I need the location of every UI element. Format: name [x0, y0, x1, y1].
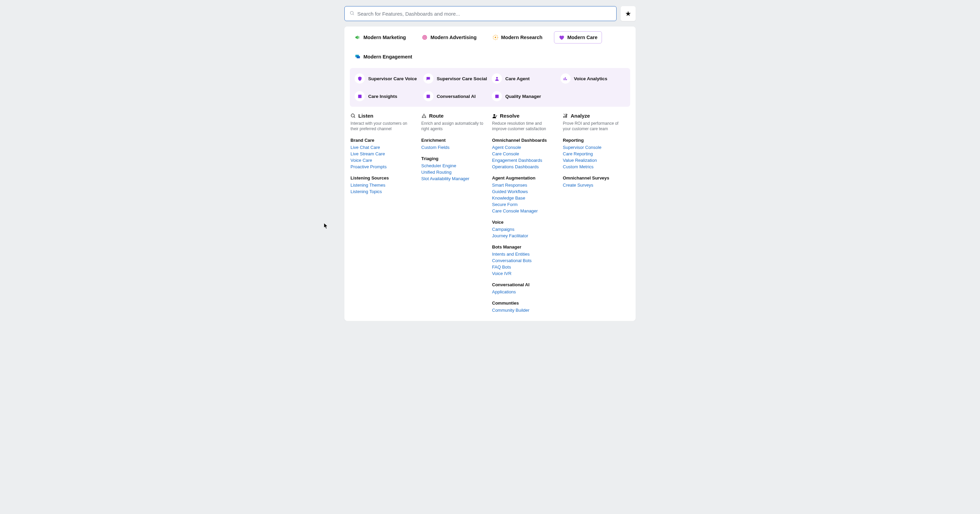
svg-point-6 — [495, 37, 496, 38]
shortcut-label: Supervisor Care Voice — [368, 76, 417, 81]
agent-icon — [492, 73, 502, 84]
tab-modern-research[interactable]: Modern Research — [488, 32, 547, 43]
search-input[interactable] — [357, 11, 611, 17]
group-title: Listening Sources — [350, 175, 417, 181]
column-desc: Reduce resolution time and improve custo… — [492, 121, 559, 132]
column-desc: Prove ROI and performance of your custom… — [563, 121, 630, 132]
link-care-console-manager[interactable]: Care Console Manager — [492, 208, 559, 214]
research-icon — [492, 34, 498, 40]
shortcut-label: Conversational AI — [437, 94, 476, 99]
link-knowledge-base[interactable]: Knowledge Base — [492, 195, 559, 201]
link-live-stream-care[interactable]: Live Stream Care — [350, 151, 417, 156]
search-box[interactable] — [344, 6, 617, 21]
link-guided-workflows[interactable]: Guided Workflows — [492, 189, 559, 194]
link-engagement-dashboards[interactable]: Engagement Dashboards — [492, 158, 559, 163]
group-title: Brand Care — [350, 138, 417, 143]
svg-rect-24 — [565, 115, 566, 117]
product-tabs: Modern Marketing Modern Advertising Mode… — [350, 31, 630, 65]
link-unified-routing[interactable]: Unified Routing — [421, 170, 488, 175]
tab-label: Modern Marketing — [363, 35, 406, 40]
link-care-reporting[interactable]: Care Reporting — [563, 151, 630, 156]
column-analyze: Analyze Prove ROI and performance of you… — [563, 113, 630, 313]
link-secure-form[interactable]: Secure Form — [492, 202, 559, 207]
column-title: Resolve — [500, 113, 520, 119]
svg-point-0 — [350, 11, 353, 14]
tab-label: Modern Care — [567, 35, 598, 40]
link-intents-entities[interactable]: Intents and Entities — [492, 252, 559, 257]
favorites-button[interactable]: ★ — [620, 6, 636, 21]
link-operations-dashboards[interactable]: Operations Dashboards — [492, 164, 559, 169]
column-head: Route — [421, 113, 488, 119]
link-supervisor-console[interactable]: Supervisor Console — [563, 145, 630, 150]
target-icon — [422, 34, 428, 40]
tab-modern-engagement[interactable]: Modern Engagement — [350, 51, 416, 63]
link-faq-bots[interactable]: FAQ Bots — [492, 265, 559, 270]
tab-modern-marketing[interactable]: Modern Marketing — [350, 32, 410, 43]
tab-modern-care[interactable]: Modern Care — [554, 31, 602, 43]
column-title: Route — [429, 113, 444, 119]
link-create-surveys[interactable]: Create Surveys — [563, 182, 630, 188]
svg-rect-25 — [566, 114, 567, 117]
link-journey-facilitator[interactable]: Journey Facilitator — [492, 233, 559, 238]
link-live-chat-care[interactable]: Live Chat Care — [350, 145, 417, 150]
quality-icon — [492, 91, 502, 101]
link-campaigns[interactable]: Campaigns — [492, 227, 559, 232]
group-title: Bots Manager — [492, 244, 559, 249]
link-voice-ivr[interactable]: Voice IVR — [492, 271, 559, 276]
svg-point-4 — [424, 37, 425, 38]
link-smart-responses[interactable]: Smart Responses — [492, 182, 559, 188]
link-applications[interactable]: Applications — [492, 289, 559, 294]
shortcut-supervisor-care-voice[interactable]: Supervisor Care Voice — [355, 73, 420, 84]
tab-label: Modern Research — [501, 35, 543, 40]
heart-icon — [558, 34, 565, 40]
chat-icon — [355, 54, 361, 60]
link-listening-topics[interactable]: Listening Topics — [350, 189, 417, 194]
shortcut-label: Quality Manager — [505, 94, 541, 99]
link-care-console[interactable]: Care Console — [492, 151, 559, 156]
svg-rect-12 — [566, 79, 567, 80]
svg-line-17 — [354, 117, 355, 117]
shortcut-label: Care Agent — [505, 76, 530, 81]
feature-shortcuts: Supervisor Care Voice Supervisor Care So… — [350, 68, 630, 107]
link-listening-themes[interactable]: Listening Themes — [350, 182, 417, 188]
link-scheduler-engine[interactable]: Scheduler Engine — [421, 163, 488, 168]
shortcut-supervisor-care-social[interactable]: Supervisor Care Social — [423, 73, 488, 84]
svg-rect-23 — [563, 116, 564, 117]
link-proactive-prompts[interactable]: Proactive Prompts — [350, 164, 417, 169]
shortcut-quality-manager[interactable]: Quality Manager — [492, 91, 557, 101]
megaphone-icon — [355, 34, 361, 40]
group-title: Conversational AI — [492, 282, 559, 287]
svg-point-20 — [424, 117, 425, 118]
svg-rect-8 — [356, 56, 360, 59]
shortcut-conversational-ai[interactable]: Conversational AI — [423, 91, 488, 101]
link-custom-fields[interactable]: Custom Fields — [421, 145, 488, 150]
svg-rect-15 — [495, 95, 498, 98]
link-value-realization[interactable]: Value Realization — [563, 158, 630, 163]
tab-label: Modern Engagement — [363, 54, 412, 59]
shortcut-care-insights[interactable]: Care Insights — [355, 91, 420, 101]
shortcut-voice-analytics[interactable]: Voice Analytics — [560, 73, 626, 84]
shortcut-label: Voice Analytics — [574, 76, 608, 81]
group-title: Reporting — [563, 138, 630, 143]
search-row: ★ — [344, 6, 636, 21]
link-custom-metrics[interactable]: Custom Metrics — [563, 164, 630, 169]
column-resolve: Resolve Reduce resolution time and impro… — [492, 113, 559, 313]
shortcut-care-agent[interactable]: Care Agent — [492, 73, 557, 84]
svg-rect-13 — [358, 95, 361, 98]
group-title: Omnichannel Surveys — [563, 175, 630, 181]
link-conversational-bots[interactable]: Conversational Bots — [492, 258, 559, 263]
column-head: Resolve — [492, 113, 559, 119]
star-icon: ★ — [625, 10, 631, 17]
shield-icon — [355, 73, 365, 84]
link-voice-care[interactable]: Voice Care — [350, 158, 417, 163]
link-agent-console[interactable]: Agent Console — [492, 145, 559, 150]
link-community-builder[interactable]: Community Builder — [492, 308, 559, 313]
svg-point-21 — [425, 117, 426, 118]
svg-point-22 — [493, 114, 495, 116]
group-title: Voice — [492, 220, 559, 225]
link-slot-availability-manager[interactable]: Slot Availability Manager — [421, 176, 488, 181]
column-title: Listen — [358, 113, 373, 119]
feature-columns: Listen Interact with your customers on t… — [350, 113, 630, 313]
globe-search-icon — [350, 113, 356, 119]
tab-modern-advertising[interactable]: Modern Advertising — [417, 32, 481, 43]
